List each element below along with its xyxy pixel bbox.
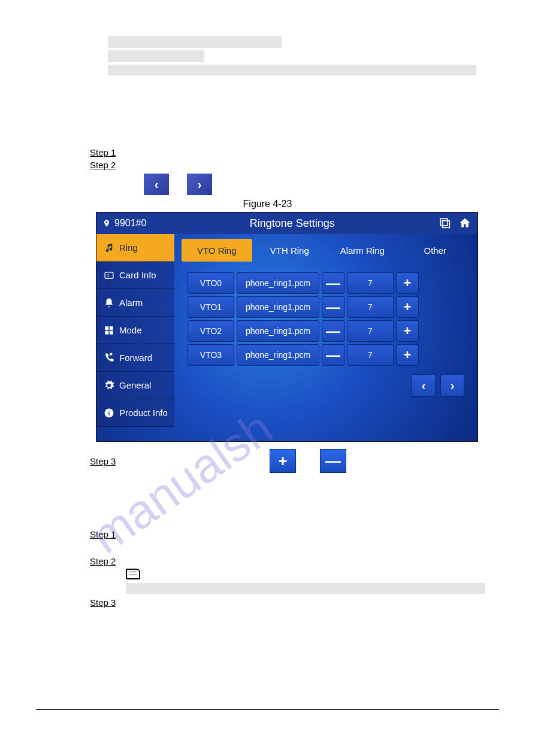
note-highlight-bar [126, 583, 485, 594]
plus-button[interactable]: + [396, 296, 419, 318]
minus-button-inline[interactable]: — [320, 449, 346, 473]
card-icon: 1 [104, 270, 114, 281]
screen-header: 9901#0 Ringtone Settings [96, 212, 477, 234]
music-note-icon [104, 242, 114, 253]
gear-icon [104, 380, 114, 391]
minus-button[interactable]: — [322, 344, 344, 366]
vto-ringtone[interactable]: phone_ring1.pcm [237, 272, 319, 294]
plus-button[interactable]: + [396, 320, 419, 342]
grid-icon [104, 325, 114, 336]
sidebar-item-label: Product Info [119, 408, 168, 418]
vto-name: VTO1 [188, 296, 234, 318]
device-id: 9901#0 [114, 218, 146, 229]
sidebar-item-mode[interactable]: Mode [96, 317, 174, 344]
vto-volume: 7 [347, 344, 394, 366]
table-row: VTO1 phone_ring1.pcm — 7 + [188, 296, 470, 318]
sidebar-item-label: Alarm [119, 297, 143, 308]
tab-vth-ring[interactable]: VTH Ring [255, 239, 325, 262]
vto-ringtone[interactable]: phone_ring1.pcm [237, 296, 319, 318]
sidebar-item-ring[interactable]: Ring [96, 234, 174, 262]
location-pin-icon [102, 218, 111, 229]
phone-forward-icon [104, 353, 114, 363]
table-row: VTO0 phone_ring1.pcm — 7 + [188, 272, 470, 294]
plus-button[interactable]: + [396, 272, 419, 294]
minus-button[interactable]: — [322, 320, 344, 342]
sidebar-item-label: Forward [119, 353, 152, 363]
sidebar-item-label: Card Info [119, 270, 156, 280]
sidebar-item-card-info[interactable]: 1 Card Info [96, 262, 174, 289]
sidebar-item-general[interactable]: General [96, 372, 174, 399]
vto-volume: 7 [347, 320, 394, 342]
svg-rect-5 [110, 326, 113, 330]
step-3-label: Step 3 [90, 456, 144, 466]
step-2-label: Step 2 [90, 160, 144, 170]
figure-caption: Figure 4-23 [36, 199, 499, 210]
screen-copy-icon[interactable] [438, 217, 451, 230]
svg-text:i: i [108, 409, 110, 416]
svg-rect-4 [105, 326, 108, 330]
table-row: VTO3 phone_ring1.pcm — 7 + [188, 344, 470, 366]
step-1-label: Step 1 [90, 147, 144, 157]
tab-alarm-ring[interactable]: Alarm Ring [327, 239, 398, 262]
sidebar: Ring 1 Card Info Alarm Mode [96, 234, 174, 441]
minus-button[interactable]: — [322, 296, 344, 318]
svg-rect-6 [105, 330, 108, 334]
home-icon[interactable] [458, 217, 471, 230]
next-arrow-button[interactable]: › [187, 174, 212, 195]
plus-button[interactable]: + [396, 344, 419, 366]
vto-name: VTO3 [188, 344, 234, 366]
tab-vto-ring[interactable]: VTO Ring [182, 239, 252, 262]
bell-icon [104, 297, 114, 308]
vto-ringtone[interactable]: phone_ring1.pcm [237, 344, 319, 366]
note-block [108, 36, 499, 75]
screen-title: Ringtone Settings [146, 217, 438, 230]
prev-arrow-button[interactable]: ‹ [144, 174, 169, 195]
svg-rect-7 [110, 330, 113, 334]
svg-rect-1 [443, 220, 450, 227]
vto-volume: 7 [347, 296, 394, 318]
page-footer-divider [36, 709, 499, 710]
plus-button-inline[interactable]: + [270, 449, 296, 473]
tab-bar: VTO Ring VTH Ring Alarm Ring Other [182, 239, 470, 262]
page-next-button[interactable]: › [440, 374, 464, 397]
sidebar-item-label: Mode [119, 325, 142, 335]
device-screenshot: 9901#0 Ringtone Settings Ring 1 Car [96, 212, 478, 442]
minus-button[interactable]: — [322, 272, 344, 294]
sidebar-item-product-info[interactable]: i Product Info [96, 399, 174, 427]
svg-text:1: 1 [107, 273, 109, 278]
vto-name: VTO2 [188, 320, 234, 342]
info-icon: i [104, 408, 114, 418]
sidebar-item-forward[interactable]: Forward [96, 344, 174, 372]
svg-rect-0 [440, 218, 448, 226]
vto-name: VTO0 [188, 272, 234, 294]
sidebar-item-label: Ring [119, 242, 138, 253]
sidebar-item-label: General [119, 380, 151, 390]
page-prev-button[interactable]: ‹ [412, 374, 436, 397]
step-1b-label: Step 1 [90, 529, 144, 539]
vto-ringtone[interactable]: phone_ring1.pcm [237, 320, 319, 342]
note-icon [126, 569, 140, 579]
vto-volume: 7 [347, 272, 394, 294]
table-row: VTO2 phone_ring1.pcm — 7 + [188, 320, 470, 342]
step-3b-label: Step 3 [90, 597, 144, 608]
step-2b-label: Step 2 [90, 556, 144, 566]
sidebar-item-alarm[interactable]: Alarm [96, 289, 174, 317]
tab-other[interactable]: Other [400, 239, 471, 262]
step-3-content: + — [270, 449, 499, 473]
